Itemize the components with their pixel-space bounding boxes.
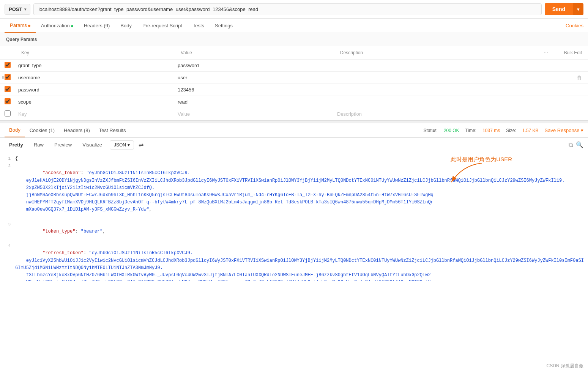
param-value-3[interactable] bbox=[178, 87, 331, 93]
json-line-4: 4 "refresh_token": "eyJhbGciOiJSUzI1NiIs… bbox=[0, 242, 588, 281]
param-desc-1[interactable] bbox=[337, 63, 531, 68]
param-checkbox-empty[interactable] bbox=[5, 110, 11, 116]
table-row bbox=[0, 60, 588, 72]
col-value: Value bbox=[175, 46, 334, 60]
tab-authorization[interactable]: Authorization bbox=[36, 19, 79, 32]
query-params-section: Query Params Key Value Description ··· B… bbox=[0, 33, 588, 120]
method-chevron-icon: ▾ bbox=[24, 7, 26, 11]
col-more: ··· bbox=[534, 46, 558, 60]
json-body: 1 { 2 "access_token": "eyJhbGciOiJSUzI1N… bbox=[0, 152, 588, 281]
request-tabs-row: Params Authorization Headers (9) Body Pr… bbox=[0, 19, 588, 33]
table-row: ⠿ 🗑 bbox=[0, 72, 588, 84]
fmt-tab-pretty[interactable]: Pretty bbox=[5, 140, 28, 150]
send-button[interactable]: Send bbox=[545, 3, 573, 15]
fmt-tab-visualize[interactable]: Visualize bbox=[78, 140, 107, 150]
table-row-empty: Key Value Description bbox=[0, 108, 588, 120]
resp-tab-headers[interactable]: Headers (8) bbox=[59, 124, 95, 137]
drag-handle-icon[interactable]: ⠿ bbox=[2, 75, 5, 80]
filter-icon[interactable]: ⇌ bbox=[139, 141, 143, 148]
param-checkbox-4[interactable] bbox=[5, 98, 11, 104]
json-line-2: 2 "access_token": "eyJhbGciOiJSUzI1NiIsI… bbox=[0, 162, 588, 221]
param-desc-4[interactable] bbox=[337, 99, 531, 105]
param-key-3[interactable] bbox=[18, 87, 172, 93]
json-chevron-icon: ▾ bbox=[128, 142, 130, 148]
json-format-select[interactable]: JSON ▾ bbox=[110, 140, 134, 150]
params-dot bbox=[28, 25, 30, 27]
param-key-4[interactable] bbox=[18, 99, 172, 105]
method-label: POST bbox=[9, 6, 22, 12]
tab-prerequest[interactable]: Pre-request Script bbox=[137, 19, 188, 32]
param-desc-2[interactable] bbox=[337, 75, 531, 80]
response-tabs-row: Body Cookies (1) Headers (8) Test Result… bbox=[0, 123, 588, 138]
param-desc-3[interactable] bbox=[337, 87, 531, 93]
url-input[interactable] bbox=[33, 3, 541, 15]
empty-key-placeholder: Key bbox=[18, 111, 27, 117]
time-label: Time: bbox=[465, 128, 477, 133]
tab-tests[interactable]: Tests bbox=[188, 19, 210, 32]
section-divider bbox=[0, 120, 588, 123]
status-value: 200 OK bbox=[444, 128, 459, 133]
param-value-2[interactable] bbox=[178, 75, 331, 80]
delete-row-icon[interactable]: 🗑 bbox=[574, 75, 585, 81]
col-key: Key bbox=[15, 46, 175, 60]
fmt-tab-raw[interactable]: Raw bbox=[29, 140, 48, 150]
params-table: Key Value Description ··· Bulk Edit ⠿ bbox=[0, 46, 588, 120]
param-key-1[interactable] bbox=[18, 63, 172, 68]
param-value-4[interactable] bbox=[178, 99, 331, 105]
format-row: Pretty Raw Preview Visualize JSON ▾ ⇌ ⧉ … bbox=[0, 138, 588, 152]
size-value: 1.57 KB bbox=[522, 128, 539, 133]
tab-settings[interactable]: Settings bbox=[210, 19, 238, 32]
param-key-2[interactable] bbox=[18, 75, 172, 80]
send-dropdown-button[interactable]: ▾ bbox=[573, 3, 583, 15]
search-icon[interactable]: 🔍 bbox=[576, 141, 583, 148]
size-label: Size: bbox=[506, 128, 516, 133]
send-button-group: Send ▾ bbox=[545, 3, 583, 15]
param-checkbox-1[interactable] bbox=[5, 62, 11, 68]
more-options-icon[interactable]: ··· bbox=[541, 49, 552, 56]
auth-dot bbox=[71, 25, 73, 27]
col-checkbox bbox=[0, 46, 15, 60]
response-status-row: Status: 200 OK Time: 1037 ms Size: 1.57 … bbox=[424, 124, 583, 136]
time-value: 1037 ms bbox=[482, 128, 500, 133]
table-row bbox=[0, 84, 588, 96]
copy-icon[interactable]: ⧉ bbox=[569, 142, 573, 148]
resp-tab-test-results[interactable]: Test Results bbox=[95, 124, 131, 137]
table-row bbox=[0, 96, 588, 108]
param-value-1[interactable] bbox=[178, 63, 331, 68]
status-label: Status: bbox=[424, 128, 438, 133]
json-line-1: 1 { bbox=[0, 155, 588, 162]
method-select[interactable]: POST ▾ bbox=[5, 4, 30, 15]
param-checkbox-3[interactable] bbox=[5, 86, 11, 92]
format-right-icons: ⧉ 🔍 bbox=[569, 141, 583, 148]
json-response-content: 此时是用户角色为USER 1 { 2 "access_token": "eyJh… bbox=[0, 152, 588, 281]
empty-value-placeholder: Value bbox=[178, 111, 190, 117]
tab-params[interactable]: Params bbox=[5, 19, 36, 33]
fmt-tab-preview[interactable]: Preview bbox=[50, 140, 76, 150]
resp-tab-cookies[interactable]: Cookies (1) bbox=[25, 124, 59, 137]
tab-headers[interactable]: Headers (9) bbox=[79, 19, 115, 32]
top-bar: POST ▾ Send ▾ bbox=[0, 0, 588, 19]
empty-desc-placeholder: Description bbox=[337, 111, 362, 117]
query-params-label: Query Params bbox=[0, 33, 588, 46]
col-bulk-edit[interactable]: Bulk Edit bbox=[558, 46, 588, 60]
cookies-link[interactable]: Cookies bbox=[566, 19, 583, 32]
col-description: Description bbox=[334, 46, 534, 60]
save-response-button[interactable]: Save Response ▾ bbox=[545, 127, 583, 133]
param-checkbox-2[interactable] bbox=[5, 74, 11, 80]
json-line-3: 3 "token_type": "bearer", bbox=[0, 221, 588, 243]
tab-body[interactable]: Body bbox=[115, 19, 137, 32]
resp-tab-body[interactable]: Body bbox=[5, 123, 25, 137]
